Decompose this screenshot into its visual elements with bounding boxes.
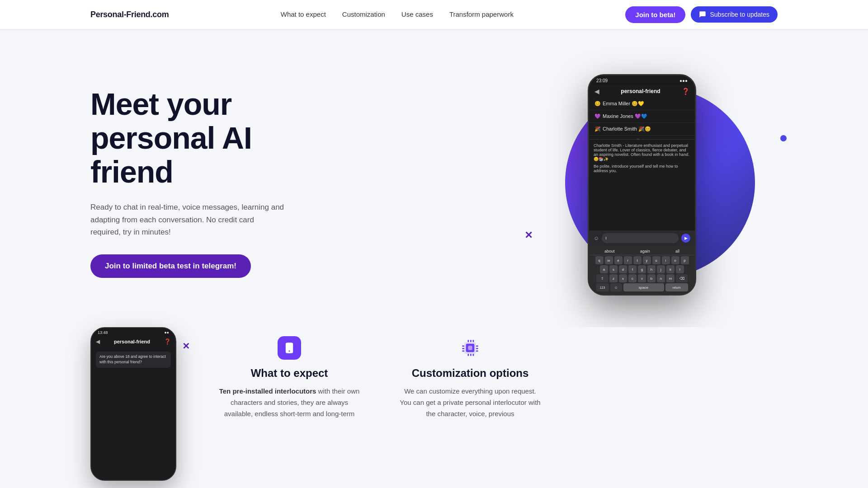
nav-what-to-expect[interactable]: What to expect	[281, 10, 326, 18]
svg-rect-12	[473, 340, 474, 342]
key-w[interactable]: w	[605, 256, 613, 264]
phone-help-icon[interactable]: ❓	[682, 88, 689, 95]
mini-cross-decoration: ✕	[182, 341, 190, 352]
phone-feature-icon	[278, 336, 301, 360]
svg-rect-14	[470, 354, 472, 356]
phone-mini-title: personal-friend	[114, 339, 150, 344]
chip-feature-icon-wrap	[458, 336, 482, 360]
key-space[interactable]: space	[623, 283, 664, 291]
hero-title: Meet your personal AI friend	[90, 87, 307, 188]
key-123[interactable]: 123	[596, 283, 609, 291]
hero-section: Meet your personal AI friend Ready to ch…	[0, 29, 868, 327]
key-g[interactable]: g	[638, 265, 646, 273]
phone-text-input[interactable]: I	[602, 233, 679, 243]
key-m[interactable]: m	[666, 274, 675, 282]
key-n[interactable]: n	[657, 274, 665, 282]
svg-rect-11	[470, 340, 472, 342]
phone-send-icon[interactable]: ▶	[681, 234, 690, 243]
phone-emoji-icon[interactable]: ☺	[594, 235, 599, 241]
phone-header-title: personal-friend	[621, 88, 660, 94]
nav-use-cases[interactable]: Use cases	[401, 10, 433, 18]
subscribe-label: Subscribe to updates	[710, 11, 769, 18]
hero-cta-button[interactable]: Join to limited beta test in telegram!	[90, 254, 251, 278]
svg-rect-5	[462, 348, 464, 349]
key-p[interactable]: p	[681, 256, 689, 264]
svg-point-1	[289, 351, 290, 352]
nav-actions: Join to beta! Subscribe to updates	[625, 6, 778, 23]
key-u[interactable]: u	[652, 256, 660, 264]
key-j[interactable]: j	[657, 265, 665, 273]
contact-item[interactable]: 😊 Emma Miller 😊💛	[589, 98, 695, 110]
keyboard-row-4: 123 ☺ space return	[590, 283, 694, 291]
phone-mockup: 23:09 ●●● ◀ personal-friend ❓ 😊 Emma Mil…	[588, 74, 696, 296]
phone-mini-statusbar: 13:48 ●●	[91, 328, 175, 336]
key-l[interactable]: l	[676, 265, 684, 273]
key-emoji[interactable]: ☺	[610, 283, 622, 291]
nav-links: What to expect Customization Use cases T…	[281, 10, 514, 19]
phone-icon	[283, 342, 296, 354]
key-e[interactable]: e	[614, 256, 623, 264]
phone-chat-area: Charlotte Smith - Literature enthusiast …	[589, 139, 695, 230]
keyboard-row-2: a s d f g h j k l	[590, 265, 694, 273]
key-i[interactable]: i	[662, 256, 670, 264]
contact-item[interactable]: 💜 Maxine Jones 💜💙	[589, 110, 695, 123]
key-y[interactable]: y	[643, 256, 651, 264]
key-b[interactable]: b	[647, 274, 656, 282]
key-r[interactable]: r	[624, 256, 632, 264]
hero-cross-decoration: ✕	[524, 230, 533, 241]
chip-icon	[458, 335, 482, 361]
svg-rect-4	[462, 345, 464, 347]
key-t[interactable]: t	[633, 256, 642, 264]
phone-back-icon[interactable]: ◀	[594, 88, 599, 95]
hero-right: ✕ 23:09 ●●● ◀ personal-friend ❓ 😊 Emma M…	[552, 65, 778, 300]
svg-rect-9	[476, 351, 478, 352]
phone-contacts: 😊 Emma Miller 😊💛 💜 Maxine Jones 💜💙 🎉 Cha…	[589, 98, 695, 139]
key-v[interactable]: v	[638, 274, 646, 282]
key-x[interactable]: x	[619, 274, 627, 282]
key-d[interactable]: d	[619, 265, 627, 273]
key-return[interactable]: return	[665, 283, 688, 291]
phone-status-bar: 23:09 ●●●	[589, 75, 695, 85]
phone-mini-time: 13:48	[98, 330, 108, 335]
phone-header: ◀ personal-friend ❓	[589, 85, 695, 98]
key-q[interactable]: q	[595, 256, 604, 264]
chat-text-1: Charlotte Smith - Literature enthusiast …	[594, 143, 690, 161]
what-to-expect-title: What to expect	[251, 367, 328, 380]
phone-mini-device: 13:48 ●● ◀ personal-friend ❓ Are you abo…	[90, 327, 176, 481]
contact-item[interactable]: 📚 Amelia Brown 😊📚	[589, 136, 695, 139]
subscribe-button[interactable]: Subscribe to updates	[691, 6, 778, 23]
key-shift[interactable]: ⇧	[596, 274, 608, 282]
svg-rect-16	[468, 346, 472, 350]
key-o[interactable]: o	[671, 256, 679, 264]
hero-subtitle: Ready to chat in real-time, voice messag…	[90, 201, 285, 238]
phone-keyboard: about again all q w e r t y u i o p	[589, 246, 695, 294]
svg-rect-8	[476, 348, 478, 349]
what-to-expect-bold: Ten pre-installed interlocutors	[219, 387, 316, 395]
key-backspace[interactable]: ⌫	[676, 274, 688, 282]
phone-mini-icons: ●●	[164, 330, 169, 335]
message-icon	[699, 11, 706, 18]
key-k[interactable]: k	[666, 265, 675, 273]
what-to-expect-desc: Ten pre-installed interlocutors with the…	[217, 386, 362, 419]
svg-rect-15	[473, 354, 474, 356]
nav-transform-paperwork[interactable]: Transform paperwork	[449, 10, 514, 18]
svg-rect-10	[467, 340, 469, 342]
phone-mini-help[interactable]: ❓	[164, 338, 171, 345]
phone-mini-back[interactable]: ◀	[96, 338, 100, 345]
key-a[interactable]: a	[600, 265, 608, 273]
join-beta-button[interactable]: Join to beta!	[625, 6, 685, 23]
keyboard-suggestions: about again all	[590, 248, 694, 255]
key-h[interactable]: h	[647, 265, 656, 273]
key-f[interactable]: f	[628, 265, 637, 273]
nav-customization[interactable]: Customization	[342, 10, 385, 18]
svg-rect-7	[476, 345, 478, 347]
phone-time: 23:09	[596, 78, 608, 83]
keyboard-row-3: ⇧ z x c v b n m ⌫	[590, 274, 694, 282]
key-c[interactable]: c	[628, 274, 637, 282]
keyboard-row-1: q w e r t y u i o p	[590, 256, 694, 264]
chip-feature-icon	[458, 336, 482, 360]
svg-rect-6	[462, 351, 464, 352]
key-s[interactable]: s	[609, 265, 618, 273]
contact-item[interactable]: 🎉 Charlotte Smith 🎉😊	[589, 123, 695, 136]
key-z[interactable]: z	[609, 274, 618, 282]
